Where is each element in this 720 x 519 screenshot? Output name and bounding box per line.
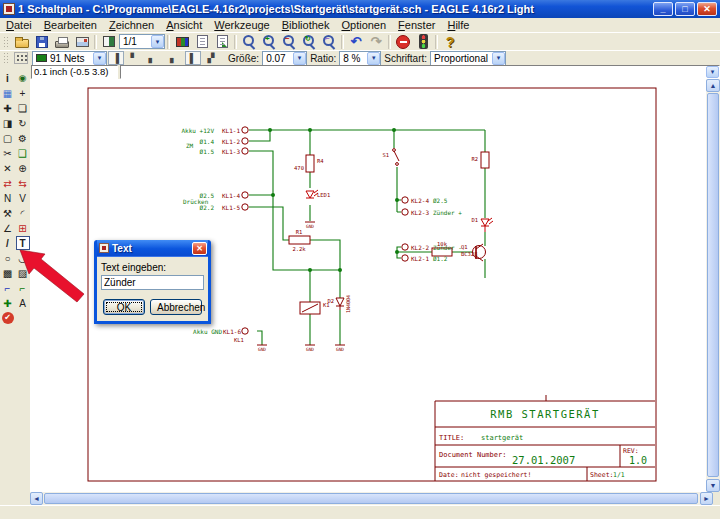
tool-display[interactable]: ▦ (1, 86, 15, 100)
menu-ansicht[interactable]: Ansicht (160, 18, 208, 32)
text-mirror-on-button[interactable]: ▞ (203, 51, 219, 65)
chevron-down-icon[interactable]: ▾ (151, 35, 164, 48)
font-combo[interactable]: Proportional ▾ (430, 51, 506, 66)
tool-mark[interactable]: + (16, 86, 30, 100)
text-input-field[interactable] (101, 275, 204, 290)
cam-processor-button[interactable] (72, 33, 92, 50)
menu-bearbeiten[interactable]: Bearbeiten (38, 18, 103, 32)
script-button[interactable] (192, 33, 212, 50)
scroll-left-arrow[interactable]: ◄ (30, 492, 43, 505)
chevron-down-icon[interactable]: ▾ (367, 52, 380, 65)
chevron-down-icon[interactable]: ▾ (492, 52, 505, 65)
tool-name[interactable]: N (1, 191, 15, 205)
text-orientation-0-button[interactable]: ▐ (108, 51, 124, 65)
tool-miter[interactable]: ◜ (16, 206, 30, 220)
go-button[interactable] (413, 33, 433, 50)
grid-button[interactable] (12, 50, 29, 67)
zoom-redraw-button[interactable]: ↻ (299, 33, 319, 50)
zoom-in-button[interactable]: + (259, 33, 279, 50)
toolbar-grip[interactable] (3, 52, 9, 64)
text-orientation-90-button[interactable]: ▘ (126, 51, 142, 65)
restore-button[interactable]: □ (675, 2, 695, 16)
minimize-button[interactable]: _ (653, 2, 673, 16)
command-line[interactable]: ▾ (120, 65, 720, 79)
zoom-fit-button[interactable] (239, 33, 259, 50)
tool-info[interactable]: i (1, 71, 15, 85)
tool-smash[interactable]: ⚒ (1, 206, 15, 220)
tool-delete[interactable]: ✕ (1, 161, 15, 175)
tool-paste[interactable]: ❑ (16, 146, 30, 160)
tool-mirror[interactable]: ◨ (1, 116, 15, 130)
horizontal-scrollbar[interactable]: ◄ ► (30, 492, 713, 505)
tool-add[interactable]: ⊕ (16, 161, 30, 175)
tool-value[interactable]: V (16, 191, 30, 205)
chevron-down-icon[interactable]: ▾ (93, 52, 106, 65)
tool-cut[interactable]: ✂ (1, 146, 15, 160)
tool-move[interactable]: ✚ (1, 101, 15, 115)
tool-net[interactable]: ⌐ (16, 281, 30, 295)
menu-datei[interactable]: Datei (0, 18, 38, 32)
menu-zeichnen[interactable]: Zeichnen (103, 18, 160, 32)
menu-bibliothek[interactable]: Bibliothek (276, 18, 336, 32)
tool-wire[interactable]: / (1, 236, 15, 250)
menu-optionen[interactable]: Optionen (335, 18, 392, 32)
tool-erc[interactable]: ✔ (1, 311, 15, 325)
help-button[interactable]: ? (440, 33, 460, 50)
dialog-close-icon[interactable]: ✕ (192, 242, 207, 255)
save-button[interactable] (32, 33, 52, 50)
chevron-down-icon[interactable]: ▾ (293, 52, 306, 65)
tool-bus[interactable]: ⌐ (1, 281, 15, 295)
vertical-scroll-thumb[interactable] (707, 93, 719, 477)
tool-arc[interactable]: ◡ (16, 251, 30, 265)
menu-werkzeuge[interactable]: Werkzeuge (208, 18, 275, 32)
tool-junction[interactable]: ✚ (1, 296, 15, 310)
zoom-out-button[interactable]: − (279, 33, 299, 50)
size-combo[interactable]: 0.07 ▾ (262, 51, 307, 66)
tool-show[interactable]: ◉ (16, 71, 30, 85)
tool-gateswap[interactable]: ⇆ (16, 176, 30, 190)
sheet-selector[interactable]: 1/1 ▾ (119, 34, 165, 49)
stop-button[interactable] (393, 33, 413, 50)
tool-invoke[interactable]: ⊞ (16, 221, 30, 235)
toolbar-grip[interactable] (3, 36, 9, 48)
tool-polygon[interactable]: ▨ (16, 266, 30, 280)
ok-button[interactable]: OK (103, 299, 145, 315)
text-orientation-180-button[interactable]: ▖ (144, 51, 160, 65)
text-orientation-270-button[interactable]: ▗ (162, 51, 178, 65)
tool-split[interactable]: ∠ (1, 221, 15, 235)
tool-pinswap[interactable]: ⇄ (1, 176, 15, 190)
scroll-right-arrow[interactable]: ► (700, 492, 713, 505)
switch-to-board-button[interactable] (99, 33, 119, 50)
tool-text[interactable]: T (16, 236, 30, 250)
tool-rotate[interactable]: ↻ (16, 116, 30, 130)
vertical-scrollbar[interactable]: ▲ ▼ (706, 79, 720, 492)
command-input[interactable] (121, 66, 706, 78)
tool-rect[interactable]: ▩ (1, 266, 15, 280)
open-button[interactable] (12, 33, 32, 50)
command-history-dropdown[interactable]: ▾ (706, 66, 719, 78)
print-button[interactable] (52, 33, 72, 50)
tool-group[interactable]: ▢ (1, 131, 15, 145)
cancel-button[interactable]: Abbrechen (150, 299, 202, 315)
dialog-title-bar[interactable]: Text ✕ (97, 240, 208, 256)
layer-selector[interactable]: 91 Nets ▾ (32, 51, 107, 66)
use-library-button[interactable] (172, 33, 192, 50)
tool-change[interactable]: ⚙ (16, 131, 30, 145)
scroll-down-arrow[interactable]: ▼ (706, 479, 720, 492)
undo-button[interactable]: ↶ (346, 33, 366, 50)
ratio-combo[interactable]: 8 % ▾ (339, 51, 381, 66)
menu-fenster[interactable]: Fenster (392, 18, 441, 32)
pad-label: KL1-3 (222, 148, 240, 155)
scroll-up-arrow[interactable]: ▲ (706, 79, 720, 92)
horizontal-scroll-thumb[interactable] (44, 493, 698, 504)
close-button[interactable]: ✕ (697, 2, 717, 16)
tool-circle[interactable]: ○ (1, 251, 15, 265)
tool-copy[interactable]: ❏ (16, 101, 30, 115)
menu-hilfe[interactable]: Hilfe (441, 18, 475, 32)
tool-label[interactable]: A (16, 296, 30, 310)
zoom-select-button[interactable]: ⌐ (319, 33, 339, 50)
text-mirror-off-button[interactable]: ▌ (185, 51, 201, 65)
led-symbols (306, 190, 493, 232)
redo-button[interactable]: ↷ (366, 33, 386, 50)
run-button[interactable] (212, 33, 232, 50)
